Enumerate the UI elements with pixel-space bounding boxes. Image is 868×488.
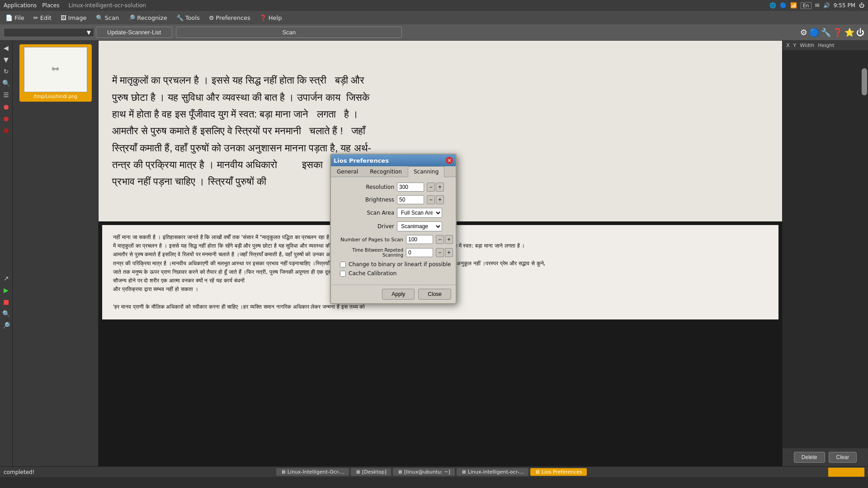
driver-select[interactable]: Scanimage — [397, 221, 442, 231]
play-icon[interactable]: ▶ — [1, 285, 12, 296]
thumbnail-panel: हिन्दी /tmp/Lios/hindi.png — [13, 41, 99, 466]
system-bar-left: Applications Places Linux-intelligent-oc… — [4, 2, 146, 9]
num-pages-minus[interactable]: − — [436, 235, 444, 244]
brightness-plus[interactable]: + — [436, 195, 444, 204]
places-menu[interactable]: Places — [42, 2, 59, 9]
checkbox1-row: Change to binary or lineart if possible — [335, 261, 451, 267]
tab-general[interactable]: General — [331, 166, 364, 177]
taskbar-desktop[interactable]: 🖥 [Desktop] — [351, 468, 391, 476]
scan-area-row: Scan Area Full Scan Area — [335, 208, 451, 218]
time-between-minus[interactable]: − — [436, 248, 444, 257]
menu-help[interactable]: ❓ Help — [256, 14, 286, 22]
taskbar: 🖥 Linux-Intelligent-Ocr-... 🖥 [Desktop] … — [276, 468, 587, 476]
zoom-in-icon[interactable]: 🔍 — [1, 78, 12, 89]
taskbar-terminal[interactable]: 🖥 [linux@ubuntu: ~] — [393, 468, 455, 476]
menu-edit[interactable]: ✏️ Edit — [30, 14, 55, 22]
color-red1-icon[interactable]: ● — [1, 101, 12, 112]
right-coords: X Y Width Height — [783, 41, 868, 50]
taskbar-lios1[interactable]: 🖥 Linux-Intelligent-Ocr-... — [276, 468, 349, 476]
toolbar: ▼ Update-Scanner-List Scan ⚙ 🔵 🔧 ❓ ⭐ ⏻ — [0, 24, 868, 41]
share-icon[interactable]: ↗ — [1, 273, 12, 284]
update-scanner-btn[interactable]: Update-Scanner-List — [96, 27, 172, 38]
image-icon: 🖼 — [61, 14, 66, 21]
brightness-row: Brightness − + — [335, 195, 451, 204]
lios-preferences-dialog[interactable]: Lios Preferences ✕ General Recognition S… — [330, 154, 457, 304]
edit-icon: ✏️ — [33, 14, 38, 21]
power2-icon[interactable]: ⏻ — [856, 28, 864, 37]
num-pages-input[interactable] — [406, 235, 433, 244]
scanner-settings-icon[interactable]: ⚙ — [800, 28, 807, 37]
dialog-close-button[interactable]: ✕ — [446, 157, 453, 164]
num-pages-row: Number of Pages to Scan − + — [335, 235, 451, 244]
num-pages-label: Number of Pages to Scan — [335, 237, 403, 243]
zoom-fit-icon[interactable]: 🔍 — [1, 308, 12, 319]
close-button[interactable]: Close — [418, 289, 451, 300]
time-between-stepper: − + — [436, 248, 453, 257]
cache-label: Cache Calibration — [349, 270, 396, 277]
dialog-titlebar: Lios Preferences ✕ — [331, 155, 456, 166]
coord-h-label: Height — [818, 42, 834, 48]
time-between-input[interactable] — [406, 248, 433, 257]
clock: 9:55 PM — [834, 2, 855, 9]
time-between-label: Time Bitween Repeted Scanning — [335, 248, 403, 258]
menu-preferences[interactable]: ⚙ Preferences — [205, 14, 254, 22]
taskbar-lios2-icon: 🖥 — [461, 469, 466, 475]
taskbar-prefs[interactable]: 🖥 Lios Preferences — [530, 468, 587, 476]
status-text: completed! — [4, 469, 34, 475]
settings-icon[interactable]: 🔧 — [821, 28, 831, 37]
color-red3-icon[interactable]: ● — [1, 125, 12, 136]
help2-icon[interactable]: ❓ — [833, 28, 843, 37]
binary-label: Change to binary or lineart if possible — [349, 261, 451, 267]
resolution-input[interactable] — [397, 183, 424, 192]
arrow-down-icon[interactable]: ▼ — [1, 54, 12, 65]
taskbar-terminal-label: [linux@ubuntu: ~] — [404, 469, 450, 475]
menu-image[interactable]: 🖼 Image — [57, 14, 90, 22]
menu-file[interactable]: 📄 File — [2, 14, 28, 22]
apply-button[interactable]: Apply — [382, 289, 415, 300]
scanner-dropdown[interactable]: ▼ — [4, 28, 94, 37]
file-icon: 📄 — [5, 14, 13, 21]
menu-scan[interactable]: 🔍 Scan — [92, 14, 123, 22]
dialog-title: Lios Preferences — [334, 157, 389, 164]
taskbar-lios2-label: Linux-intelligent-ocr-... — [468, 469, 524, 475]
scan-menu-icon: 🔍 — [96, 14, 103, 21]
menu-recognize[interactable]: 🔎 Recognize — [124, 14, 170, 22]
scrollbar-v-icon[interactable]: ☰ — [1, 89, 12, 100]
stop-icon[interactable]: ■ — [1, 296, 12, 307]
time-between-plus[interactable]: + — [445, 248, 453, 257]
coord-y-label: Y — [793, 42, 797, 48]
brightness-input[interactable] — [397, 195, 424, 204]
scan-btn[interactable]: Scan — [176, 27, 402, 38]
keyboard-layout[interactable]: En — [801, 2, 811, 9]
num-pages-plus[interactable]: + — [445, 235, 453, 244]
taskbar-prefs-icon: 🖥 — [535, 469, 540, 475]
rotate-right-icon[interactable]: ↻ — [1, 66, 12, 77]
tab-recognition[interactable]: Recognition — [364, 166, 408, 177]
power-icon[interactable]: ⏻ — [859, 2, 864, 9]
star-icon[interactable]: ⭐ — [844, 28, 854, 37]
tab-scanning[interactable]: Scanning — [408, 166, 444, 177]
thumbnail-item[interactable]: हिन्दी /tmp/Lios/hindi.png — [19, 44, 92, 102]
help-icon: ❓ — [259, 14, 267, 21]
clear-button[interactable]: Clear — [829, 452, 857, 463]
bluetooth-icon: 🔵 — [780, 2, 787, 9]
left-icon-toolbar: ◀ ▼ ↻ 🔍 ☰ ● ● ● ↗ ▶ ■ 🔍 🔎 — [0, 41, 13, 466]
arrow-left-icon[interactable]: ◀ — [1, 42, 12, 53]
menu-tools[interactable]: 🔧 Tools — [173, 14, 203, 22]
delete-button[interactable]: Delete — [794, 452, 825, 463]
taskbar-lios2[interactable]: 🖥 Linux-intelligent-ocr-... — [457, 468, 528, 476]
resolution-plus[interactable]: + — [436, 183, 444, 192]
right-buttons: Delete Clear — [783, 448, 868, 466]
zoom-out-icon[interactable]: 🔎 — [1, 320, 12, 331]
scrollbar-thumb[interactable] — [862, 68, 867, 95]
binary-checkbox[interactable] — [340, 262, 346, 267]
scanner-preview-icon[interactable]: 🔵 — [809, 28, 819, 37]
taskbar-desktop-label: [Desktop] — [362, 469, 387, 475]
color-red2-icon[interactable]: ● — [1, 113, 12, 124]
resolution-minus[interactable]: − — [427, 183, 435, 192]
applications-menu[interactable]: Applications — [4, 2, 37, 9]
cache-checkbox[interactable] — [340, 271, 346, 277]
brightness-minus[interactable]: − — [427, 195, 435, 204]
right-scrollbar[interactable] — [783, 50, 868, 448]
scan-area-select[interactable]: Full Scan Area — [397, 208, 442, 218]
